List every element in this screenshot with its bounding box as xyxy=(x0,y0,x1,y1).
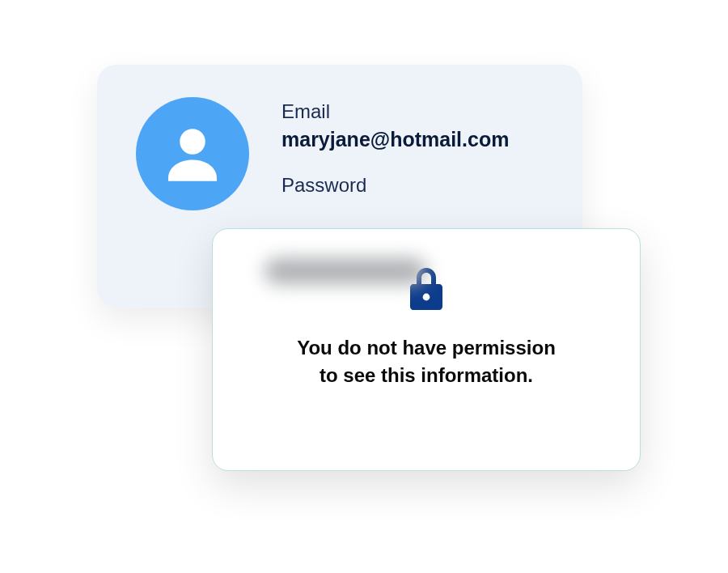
avatar-wrapper xyxy=(136,97,249,210)
email-label: Email xyxy=(281,100,544,123)
permission-message: You do not have permission to see this i… xyxy=(297,334,556,388)
email-value: maryjane@hotmail.com xyxy=(281,128,544,151)
email-field-group: Email maryjane@hotmail.com xyxy=(281,100,544,151)
svg-point-1 xyxy=(423,294,430,301)
svg-point-0 xyxy=(180,129,205,155)
password-field-group: Password xyxy=(281,174,544,197)
avatar xyxy=(136,97,249,210)
password-label: Password xyxy=(281,174,544,197)
person-icon xyxy=(156,117,229,190)
permission-line-2: to see this information. xyxy=(320,364,533,386)
permission-line-1: You do not have permission xyxy=(297,337,556,359)
permission-denied-card: You do not have permission to see this i… xyxy=(212,228,641,471)
blur-bar xyxy=(265,258,426,284)
